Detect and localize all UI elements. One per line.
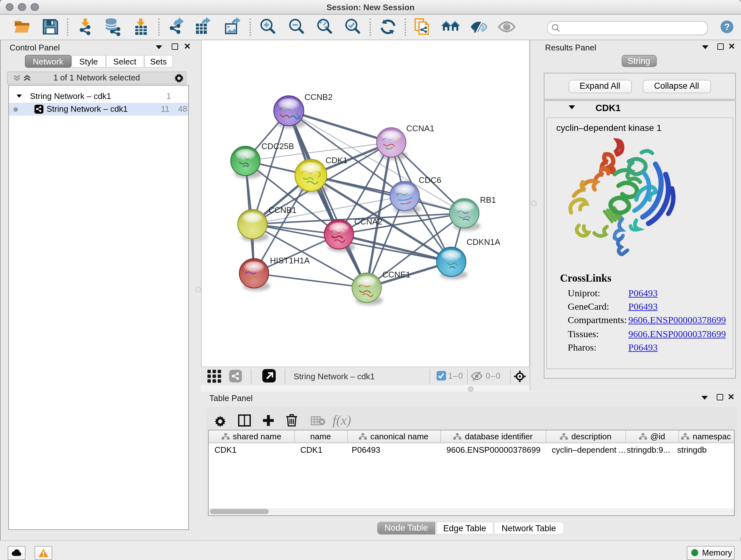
svg-text:CCNB2: CCNB2: [305, 92, 333, 102]
svg-text:CCNE1: CCNE1: [382, 269, 410, 279]
svg-text:CCNA2: CCNA2: [354, 216, 382, 226]
svg-text:HIST1H1A: HIST1H1A: [270, 255, 310, 265]
svg-text:CDKN1A: CDKN1A: [467, 237, 500, 246]
svg-text:CCNA1: CCNA1: [406, 123, 434, 133]
svg-text:RB1: RB1: [480, 195, 496, 204]
svg-text:?: ?: [724, 22, 730, 32]
svg-text:CCNB1: CCNB1: [268, 205, 296, 214]
svg-text:CDC25B: CDC25B: [261, 141, 294, 151]
svg-text:CDC6: CDC6: [419, 175, 441, 185]
svg-text:CDK1: CDK1: [326, 155, 347, 165]
